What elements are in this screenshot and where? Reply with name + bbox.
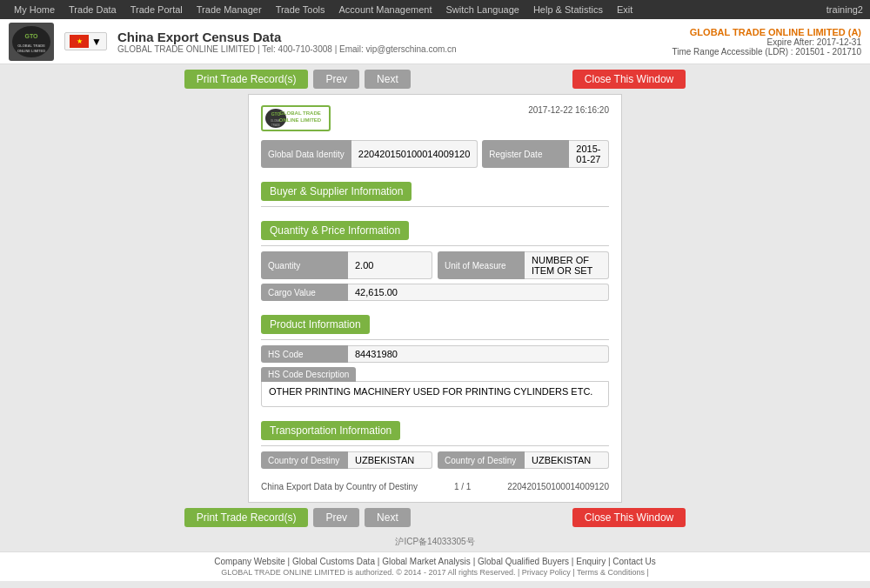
unit-of-measure-label: Unit of Measure [438, 251, 525, 279]
transportation-header: Transportation Information [261, 421, 400, 440]
cargo-value-row: Cargo Value 42,615.00 [261, 284, 609, 301]
nav-tradedata[interactable]: Trade Data [62, 0, 124, 19]
nav-exit[interactable]: Exit [610, 0, 639, 19]
prev-button-top[interactable]: Prev [313, 70, 359, 89]
global-data-identity-row: Global Data Identity 2204201501000140091… [261, 140, 609, 168]
card-timestamp: 2017-12-22 16:16:20 [528, 105, 609, 115]
china-flag: ★ [70, 35, 89, 48]
main-card: GTO GLOBAL TRADE GLOBAL TRADE ONLINE LIM… [248, 94, 622, 503]
hs-code-label: HS Code [261, 345, 348, 363]
product-divider [261, 339, 609, 340]
header-right: GLOBAL TRADE ONLINE LIMITED (A) Expire A… [672, 27, 861, 57]
card-footer-left: China Export Data by Country of Destiny [261, 482, 418, 491]
footer-links: Company Website | Global Customs Data | … [0, 557, 870, 566]
print-record-button-bottom[interactable]: Print Trade Record(s) [184, 508, 309, 527]
top-navigation: My Home Trade Data Trade Portal Trade Ma… [0, 0, 870, 19]
country-destiny-field1: Country of Destiny UZBEKISTAN [261, 451, 432, 469]
transportation-divider [261, 445, 609, 446]
global-data-identity-label: Global Data Identity [261, 140, 351, 168]
gto-link: GLOBAL TRADE ONLINE LIMITED (A) [672, 27, 861, 37]
dropdown-arrow-icon: ▼ [91, 36, 102, 48]
hs-desc-label: HS Code Description [261, 367, 356, 382]
card-footer-right: 220420150100014009120 [507, 482, 609, 491]
nav-accountmanagement[interactable]: Account Management [332, 0, 439, 19]
footer-link-company[interactable]: Company Website [214, 557, 285, 566]
country-destiny-row: Country of Destiny UZBEKISTAN Country of… [261, 451, 609, 469]
country-destiny-value2: UZBEKISTAN [525, 451, 609, 469]
logo-area: GTO GLOBAL TRADE ONLINE LIMITED [9, 23, 54, 61]
bottom-action-bar: Print Trade Record(s) Prev Next Close Th… [0, 503, 870, 532]
page-subtitle: GLOBAL TRADE ONLINE LIMITED | Tel: 400-7… [117, 44, 457, 54]
footer-link-contact[interactable]: Contact Us [612, 557, 655, 566]
nav-helpstatistics[interactable]: Help & Statistics [526, 0, 610, 19]
prev-button-bottom[interactable]: Prev [313, 508, 359, 527]
nav-myhome[interactable]: My Home [7, 0, 62, 19]
svg-text:ONLINE LIMITED: ONLINE LIMITED [17, 49, 45, 53]
quantity-label: Quantity [261, 251, 348, 279]
top-action-bar: Print Trade Record(s) Prev Next Close Th… [0, 64, 870, 94]
quantity-price-header: Quantity & Price Information [261, 221, 409, 240]
nav-trademanager[interactable]: Trade Manager [190, 0, 269, 19]
hs-desc-value: OTHER PRINTING MACHINERY USED FOR PRINTI… [261, 381, 609, 407]
footer-link-market[interactable]: Global Market Analysis [382, 557, 471, 566]
footer-copyright: GLOBAL TRADE ONLINE LIMITED is authorize… [0, 568, 870, 577]
nav-tradeportal[interactable]: Trade Portal [124, 0, 190, 19]
svg-text:GLOBAL TRADE: GLOBAL TRADE [279, 110, 321, 116]
register-date-value: 2015-01-27 [569, 140, 609, 168]
header: GTO GLOBAL TRADE ONLINE LIMITED ★ ▼ Chin… [0, 19, 870, 64]
register-date-label: Register Date [482, 140, 569, 168]
unit-measure-field: Unit of Measure NUMBER OF ITEM OR SET [438, 251, 609, 279]
header-left: GTO GLOBAL TRADE ONLINE LIMITED ★ ▼ Chin… [9, 23, 457, 61]
card-footer-center: 1 / 1 [454, 482, 471, 491]
country-destiny-value1: UZBEKISTAN [348, 451, 432, 469]
next-button-bottom[interactable]: Next [365, 508, 411, 527]
icp-info: 沪ICP备14033305号 [0, 532, 870, 551]
buyer-supplier-header: Buyer & Supplier Information [261, 182, 412, 201]
expire-info: Expire After: 2017-12-31 [672, 37, 861, 47]
card-logo: GTO GLOBAL TRADE GLOBAL TRADE ONLINE LIM… [261, 105, 331, 131]
product-info-header: Product Information [261, 315, 370, 334]
footer-link-customs[interactable]: Global Customs Data [292, 557, 375, 566]
close-button-top[interactable]: Close This Window [572, 70, 686, 89]
site-logo: GTO GLOBAL TRADE ONLINE LIMITED [9, 23, 54, 61]
nav-items: My Home Trade Data Trade Portal Trade Ma… [7, 0, 639, 19]
quantity-field: Quantity 2.00 [261, 251, 432, 279]
buyer-supplier-divider [261, 206, 609, 207]
svg-text:TRADE: TRADE [271, 124, 279, 127]
svg-text:GLOBAL TRADE: GLOBAL TRADE [17, 43, 45, 48]
nav-tradetools[interactable]: Trade Tools [269, 0, 332, 19]
svg-text:GTO: GTO [24, 33, 38, 39]
country-destiny-label2: Country of Destiny [438, 451, 525, 469]
hs-code-row: HS Code 84431980 [261, 345, 609, 363]
quantity-measure-row: Quantity 2.00 Unit of Measure NUMBER OF … [261, 251, 609, 279]
next-button-top[interactable]: Next [365, 70, 411, 89]
time-range-info: Time Range Accessible (LDR) : 201501 - 2… [672, 47, 861, 57]
country-destiny-field2: Country of Destiny UZBEKISTAN [438, 451, 609, 469]
country-destiny-label1: Country of Destiny [261, 451, 348, 469]
country-selector[interactable]: ★ ▼ [64, 32, 107, 50]
page-title-area: China Export Census Data GLOBAL TRADE ON… [117, 30, 457, 54]
svg-text:ONLINE LIMITED: ONLINE LIMITED [278, 117, 321, 123]
quantity-value: 2.00 [348, 251, 432, 279]
close-button-bottom[interactable]: Close This Window [572, 508, 686, 527]
nav-switchlanguage[interactable]: Switch Language [439, 0, 526, 19]
print-record-button-top[interactable]: Print Trade Record(s) [184, 70, 309, 89]
page-title: China Export Census Data [117, 30, 457, 44]
quantity-price-divider [261, 245, 609, 246]
cargo-value-label: Cargo Value [261, 284, 348, 301]
card-header: GTO GLOBAL TRADE GLOBAL TRADE ONLINE LIM… [261, 105, 609, 131]
card-footer: China Export Data by Country of Destiny … [261, 478, 609, 491]
footer-link-enquiry[interactable]: Enquiry [576, 557, 606, 566]
hs-code-value: 84431980 [348, 345, 609, 363]
user-indicator: training2 [826, 4, 863, 15]
unit-of-measure-value: NUMBER OF ITEM OR SET [525, 251, 609, 279]
page-footer: Company Website | Global Customs Data | … [0, 551, 870, 581]
global-data-identity-value: 220420150100014009120 [351, 140, 478, 168]
cargo-value-value: 42,615.00 [348, 284, 609, 301]
footer-link-buyers[interactable]: Global Qualified Buyers [478, 557, 569, 566]
